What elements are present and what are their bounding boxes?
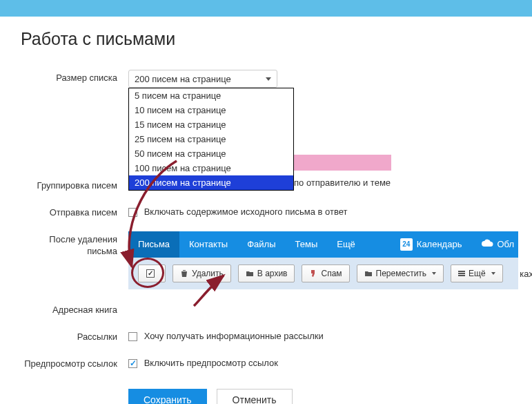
list-size-option-selected[interactable]: 200 писем на странице: [129, 175, 293, 190]
select-all-checkbox[interactable]: [138, 264, 166, 282]
chevron-down-icon: [432, 272, 436, 275]
checkbox-checked-icon: [146, 269, 155, 278]
cloud-icon: [481, 239, 493, 249]
move-button[interactable]: Переместить: [357, 264, 444, 282]
label-sending: Отправка писем: [21, 204, 128, 219]
list-size-select[interactable]: 200 писем на странице: [128, 70, 277, 88]
list-size-option[interactable]: 5 писем на странице: [129, 88, 293, 103]
nav-themes[interactable]: Темы: [286, 231, 328, 258]
archive-button[interactable]: В архив: [238, 264, 295, 282]
mail-toolbar: Удалить В архив Спам Переместить: [128, 258, 518, 289]
sending-checkbox[interactable]: [128, 208, 137, 217]
calendar-icon: 24: [400, 238, 413, 251]
thumbs-down-icon: [309, 269, 317, 278]
list-size-option[interactable]: 15 писем на странице: [129, 117, 293, 132]
chevron-down-icon: [266, 77, 271, 81]
list-size-option[interactable]: 50 писем на странице: [129, 146, 293, 161]
address-trailing-text: ках при н: [520, 269, 532, 279]
label-grouping: Группировка писем: [21, 177, 128, 192]
nav-messages[interactable]: Письма: [128, 231, 179, 258]
nav-cloud[interactable]: Обл: [471, 231, 518, 258]
nav-calendar[interactable]: 24 Календарь: [391, 231, 472, 258]
trash-icon: [180, 269, 188, 278]
list-size-dropdown: 5 писем на странице 10 писем на странице…: [128, 88, 294, 191]
list-size-option[interactable]: 10 писем на странице: [129, 103, 293, 117]
delete-button[interactable]: Удалить: [173, 264, 231, 282]
nav-contacts[interactable]: Контакты: [179, 231, 237, 258]
page-title: Работа с письмами: [21, 29, 518, 49]
list-size-option[interactable]: 100 писем на странице: [129, 161, 293, 175]
list-size-option[interactable]: 25 писем на странице: [129, 132, 293, 146]
grouping-text: по отправителю и теме: [294, 177, 391, 188]
label-list-size: Размер списка: [21, 70, 128, 84]
label-after-delete: После удаления письма: [21, 231, 128, 258]
chevron-down-icon: [491, 272, 495, 275]
nav-more[interactable]: Ещё: [327, 231, 368, 258]
nav-files[interactable]: Файлы: [237, 231, 285, 258]
mailings-checkbox[interactable]: [128, 332, 137, 341]
preview-checkbox[interactable]: [128, 359, 137, 368]
cancel-button[interactable]: Отменить: [217, 389, 293, 404]
folder-icon: [364, 269, 373, 278]
label-preview: Предпросмотр ссылок: [21, 356, 128, 370]
window-topbar: [0, 0, 532, 17]
label-address-book: Адресная книга: [21, 302, 128, 316]
mail-nav: Письма Контакты Файлы Темы Ещё 24 Календ…: [128, 231, 518, 258]
preview-text: Включить предпросмотр ссылок: [144, 358, 278, 368]
folder-icon: [246, 269, 254, 278]
more-button[interactable]: Ещё: [451, 264, 503, 282]
mailings-text: Хочу получать информационные рассылки: [144, 331, 324, 341]
sending-text: Включать содержимое исходного письма в о…: [144, 206, 348, 217]
save-button[interactable]: Сохранить: [128, 389, 207, 404]
label-mailings: Рассылки: [21, 329, 128, 343]
list-size-selected: 200 писем на странице: [135, 74, 231, 84]
hamburger-icon: [458, 271, 465, 276]
spam-button[interactable]: Спам: [302, 264, 349, 282]
